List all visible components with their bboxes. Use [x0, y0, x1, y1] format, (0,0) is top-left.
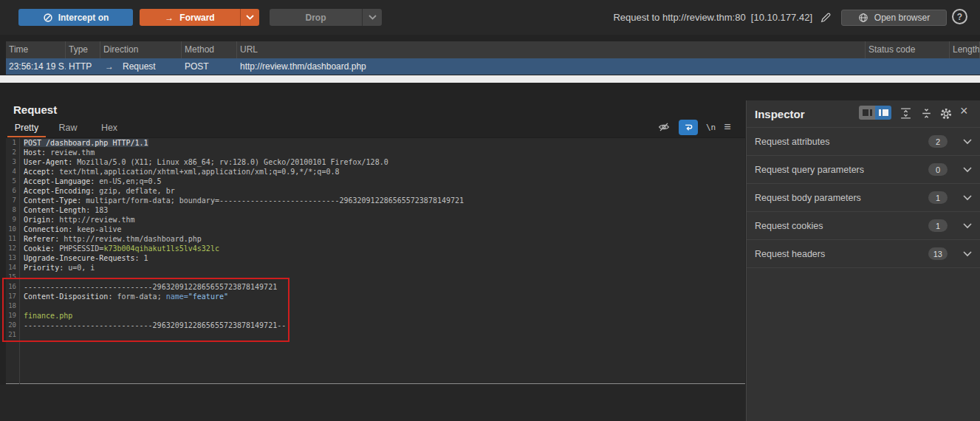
globe-icon: [858, 13, 868, 23]
line-content: Accept-Language: en-US,en;q=0.5: [18, 177, 162, 186]
inspector-sections: Request attributes2Request query paramet…: [747, 128, 980, 268]
request-line: 1POST /dashboard.php HTTP/1.1: [6, 138, 745, 148]
token-h: Accept-Encoding:: [24, 187, 95, 195]
forward-dropdown-button[interactable]: [240, 9, 259, 26]
drop-dropdown-button[interactable]: [362, 9, 382, 26]
open-browser-button[interactable]: Open browser: [841, 10, 947, 26]
tab-hex[interactable]: Hex: [89, 120, 130, 137]
request-line: 13Upgrade-Insecure-Requests: 1: [6, 253, 745, 263]
section-label: Request cookies: [755, 221, 823, 231]
editor-menu-icon[interactable]: ≡: [724, 121, 730, 133]
cell-url: http://review.thm/dashboard.php: [237, 58, 866, 75]
intercept-toggle-button[interactable]: Intercept on: [18, 9, 133, 26]
column-header-length[interactable]: Length: [950, 41, 980, 58]
cell-status_code: [866, 58, 950, 75]
tab-raw[interactable]: Raw: [47, 120, 89, 137]
line-number: 10: [6, 225, 18, 234]
chevron-down-icon: [369, 15, 377, 20]
open-browser-label: Open browser: [874, 13, 930, 23]
token-g: k73b004qihakut1ls5lv4s32lc: [103, 244, 219, 253]
edit-target-icon[interactable]: [820, 11, 832, 24]
token-v: u=0, i: [64, 264, 95, 272]
cell-method: POST: [182, 58, 237, 75]
chevron-down-icon: [246, 15, 254, 20]
token-v: en-US,en;q=0.5: [95, 177, 161, 185]
token-h: Referer:: [24, 235, 59, 243]
token-v: http://review.thm: [55, 216, 134, 224]
dock-bottom-toggle-icon[interactable]: [859, 106, 875, 120]
token-v: gzip, deflate, br: [95, 187, 174, 195]
request-line: 8Content-Length: 183: [6, 205, 745, 215]
column-header-time[interactable]: Time: [6, 41, 66, 58]
line-content: Cookie: PHPSESSID=k73b004qihakut1ls5lv4s…: [18, 244, 219, 253]
request-editor[interactable]: 1POST /dashboard.php HTTP/1.12Host: revi…: [6, 138, 745, 384]
request-line: 9Origin: http://review.thm: [6, 215, 745, 225]
line-number: 1: [6, 138, 18, 148]
forward-button-label: Forward: [179, 13, 214, 23]
token-h: Content-Type:: [24, 196, 81, 205]
forward-button[interactable]: → Forward: [140, 9, 240, 26]
table-header: TimeTypeDirectionMethodURLStatus codeLen…: [6, 41, 980, 58]
line-content: Referer: http://review.thm/dashboard.php: [18, 234, 202, 244]
direction-arrow-icon: →: [105, 61, 114, 72]
line-number: 4: [6, 167, 18, 177]
token-h: Accept:: [24, 168, 55, 176]
gutter-divider: [19, 138, 20, 384]
direction-label: Request: [123, 61, 156, 72]
forward-arrow-icon: →: [165, 13, 174, 23]
highlight-annotation: [2, 278, 289, 342]
token-v: Mozilla/5.0 (X11; Linux x86_64; rv:128.0…: [72, 158, 388, 166]
chevron-down-icon[interactable]: [963, 167, 972, 173]
tab-pretty[interactable]: Pretty: [6, 120, 47, 137]
token-v: text/html,application/xhtml+xml,applicat…: [55, 168, 339, 176]
line-content: User-Agent: Mozilla/5.0 (X11; Linux x86_…: [18, 157, 388, 167]
column-header-status-code[interactable]: Status code: [866, 41, 950, 58]
inspector-section-request-headers[interactable]: Request headers13: [747, 240, 980, 268]
collapse-all-icon[interactable]: [920, 107, 933, 120]
line-number: 3: [6, 157, 18, 167]
section-count-badge: 13: [928, 247, 948, 260]
close-icon[interactable]: ×: [960, 103, 968, 119]
line-content: Origin: http://review.thm: [18, 215, 135, 225]
dock-right-toggle-icon[interactable]: [875, 106, 891, 120]
drop-split-button: Drop: [270, 9, 382, 26]
inspector-section-request-body-parameters[interactable]: Request body parameters1: [747, 184, 980, 212]
column-header-type[interactable]: Type: [66, 41, 100, 58]
hide-nonprintable-icon[interactable]: [657, 121, 671, 133]
column-header-method[interactable]: Method: [182, 41, 237, 58]
intercept-toolbar: Intercept on → Forward Drop Re: [0, 0, 980, 35]
chevron-down-icon[interactable]: [963, 139, 972, 145]
drop-button[interactable]: Drop: [270, 9, 362, 26]
table-row[interactable]: 23:56:14 19 S…HTTP→RequestPOSThttp://rev…: [6, 58, 980, 75]
token-v: keep-alive: [72, 225, 121, 233]
request-line: 6Accept-Encoding: gzip, deflate, br: [6, 186, 745, 196]
expand-all-icon[interactable]: [900, 107, 912, 120]
line-content: POST /dashboard.php HTTP/1.1: [18, 138, 148, 148]
soft-wrap-toggle[interactable]: [679, 120, 698, 135]
inspector-section-request-query-parameters[interactable]: Request query parameters0: [747, 156, 980, 184]
token-v: multipart/form-data; boundary=----------…: [81, 196, 464, 205]
token-h: Connection:: [24, 225, 72, 233]
column-header-url[interactable]: URL: [237, 41, 866, 58]
inspector-section-request-cookies[interactable]: Request cookies1: [747, 212, 980, 240]
cell-type: HTTP: [66, 58, 100, 75]
help-icon[interactable]: ?: [952, 9, 967, 24]
intercept-icon: [43, 13, 53, 23]
horizontal-scrollbar[interactable]: [0, 75, 980, 83]
cell-length: [950, 58, 980, 75]
chevron-down-icon[interactable]: [963, 251, 972, 257]
message-editor-tabs: Pretty Raw Hex: [6, 120, 130, 137]
line-number: 2: [6, 148, 18, 157]
line-number: 5: [6, 177, 18, 186]
cell-direction: →Request: [100, 58, 182, 75]
token-v: 183: [90, 206, 108, 214]
chevron-down-icon[interactable]: [963, 195, 972, 201]
token-v: 1: [140, 254, 148, 262]
chevron-down-icon[interactable]: [963, 223, 972, 229]
gear-icon[interactable]: [939, 107, 953, 120]
request-line: 12Cookie: PHPSESSID=k73b004qihakut1ls5lv…: [6, 244, 745, 253]
newline-toggle[interactable]: \n: [706, 123, 716, 132]
inspector-section-request-attributes[interactable]: Request attributes2: [747, 128, 980, 156]
request-line: 14Priority: u=0, i: [6, 263, 745, 273]
column-header-direction[interactable]: Direction: [100, 41, 182, 58]
